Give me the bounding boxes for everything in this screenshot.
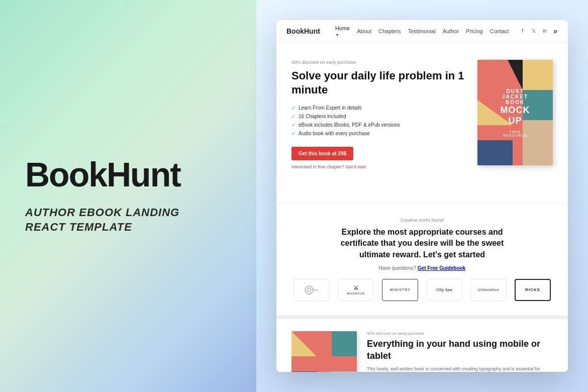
svg-point-1 xyxy=(307,288,311,292)
bottom-book-cover: DUST JACKET BOOK xyxy=(291,331,357,372)
guidebook-link[interactable]: Get Free Guidebook xyxy=(418,265,466,271)
bottom-description: This lovely, well-written book is concer… xyxy=(367,366,553,372)
brand-subtitle: AUTHOR EBOOK LANDINGREACT TEMPLATE xyxy=(25,206,231,234)
nav-item-home[interactable]: Home ▾ xyxy=(335,25,350,37)
logo-urbanation: Urbanation xyxy=(470,279,507,301)
left-panel: BookHunt AUTHOR EBOOK LANDINGREACT TEMPL… xyxy=(0,0,256,392)
feature-item-1: ✓ Learn From Expert in details xyxy=(291,104,467,112)
bb-shape-teal xyxy=(332,331,357,356)
brand-title: BookHunt xyxy=(25,157,231,191)
book-label: DUST JACKET BOOK MOCK UP FREERESOURCE xyxy=(501,88,530,137)
check-icon-1: ✓ xyxy=(291,105,296,111)
logo-ricks: RICKS xyxy=(515,279,551,301)
nav-social: f 𝕏 in 𝗽 xyxy=(519,28,559,35)
logo-soundwave xyxy=(293,279,330,301)
hero-title: Solve your daily life problem in 1 minut… xyxy=(291,69,467,96)
check-icon-3: ✓ xyxy=(291,122,296,128)
nav-item-author[interactable]: Author xyxy=(443,28,459,34)
svg-point-0 xyxy=(305,286,313,294)
courses-section: Creative works funnel Explore the most a… xyxy=(276,203,568,315)
book-cover: DUST JACKET BOOK MOCK UP FREERESOURCE xyxy=(477,60,553,165)
nav-item-about[interactable]: About xyxy=(357,28,371,34)
discount-badge: 50% discount on early purchase xyxy=(291,60,467,65)
logo-warrior: ⚔ WARRIOR xyxy=(338,279,374,301)
nav-item-chapters[interactable]: Chapters xyxy=(378,28,401,34)
hero-text: 50% discount on early purchase Solve you… xyxy=(291,57,467,188)
page-content: 50% discount on early purchase Solve you… xyxy=(276,42,568,372)
nav-item-contact[interactable]: Contact xyxy=(490,28,509,34)
nav-item-pricing[interactable]: Pricing xyxy=(466,28,483,34)
bb-shape-navy xyxy=(291,371,317,372)
bb-shape-yellow-tri xyxy=(291,331,317,356)
feature-item-2: ✓ 16 Chapters included xyxy=(291,112,467,121)
book-background: DUST JACKET BOOK MOCK UP FREERESOURCE xyxy=(477,60,553,165)
questions-text: Have questions? Get Free Guidebook xyxy=(291,265,553,271)
hero-section: 50% discount on early purchase Solve you… xyxy=(276,42,568,203)
pinterest-icon[interactable]: 𝗽 xyxy=(552,28,559,35)
nav-logo: BookHunt xyxy=(286,27,320,35)
navbar: BookHunt Home ▾ About Chapters Testimoni… xyxy=(276,20,568,42)
free-chapter: Interested in free chapter? Get it now xyxy=(291,164,467,169)
nav-items: Home ▾ About Chapters Testimonial Author… xyxy=(335,25,509,37)
logo-ministry: MINISTRY xyxy=(382,279,418,301)
bottom-book-label: DUST JACKET BOOK xyxy=(315,371,333,372)
feature-list: ✓ Learn From Expert in details ✓ 16 Chap… xyxy=(291,104,467,138)
book-shape-yellow xyxy=(523,60,553,90)
bottom-section: DUST JACKET BOOK 50% discount on early p… xyxy=(276,315,568,372)
nav-item-testimonial[interactable]: Testimonial xyxy=(408,28,436,34)
book-shape-black-tri xyxy=(508,60,523,90)
right-panel: BookHunt Home ▾ About Chapters Testimoni… xyxy=(256,0,588,392)
bottom-book-background: DUST JACKET BOOK xyxy=(291,331,357,372)
courses-badge: Creative works funnel xyxy=(291,218,553,223)
logo-cityspa: City Spa xyxy=(426,279,462,301)
twitter-icon[interactable]: 𝕏 xyxy=(530,28,537,35)
free-chapter-link[interactable]: Get it now xyxy=(346,164,366,169)
check-icon-2: ✓ xyxy=(291,114,296,119)
cta-button[interactable]: Get this book at 29$ xyxy=(291,147,353,160)
bb-shape-beige xyxy=(332,371,357,372)
browser-window: BookHunt Home ▾ About Chapters Testimoni… xyxy=(276,20,568,372)
bottom-badge: 50% discount on early purchase xyxy=(367,331,553,336)
check-icon-4: ✓ xyxy=(291,131,296,136)
bottom-title: Everything in your hand using mobile or … xyxy=(367,338,553,362)
feature-item-3: ✓ eBook includes iBooks, PDF & ePub vers… xyxy=(291,121,467,129)
bottom-text: 50% discount on early purchase Everythin… xyxy=(367,331,553,372)
feature-item-4: ✓ Audio book with every purchase xyxy=(291,129,467,138)
facebook-icon[interactable]: f xyxy=(519,28,526,35)
courses-title: Explore the most appropriate courses and… xyxy=(337,227,508,260)
book-shape-navy xyxy=(477,140,513,165)
linkedin-icon[interactable]: in xyxy=(541,28,548,35)
logos-row: ⚔ WARRIOR MINISTRY City Spa Urbanation R… xyxy=(291,279,553,301)
